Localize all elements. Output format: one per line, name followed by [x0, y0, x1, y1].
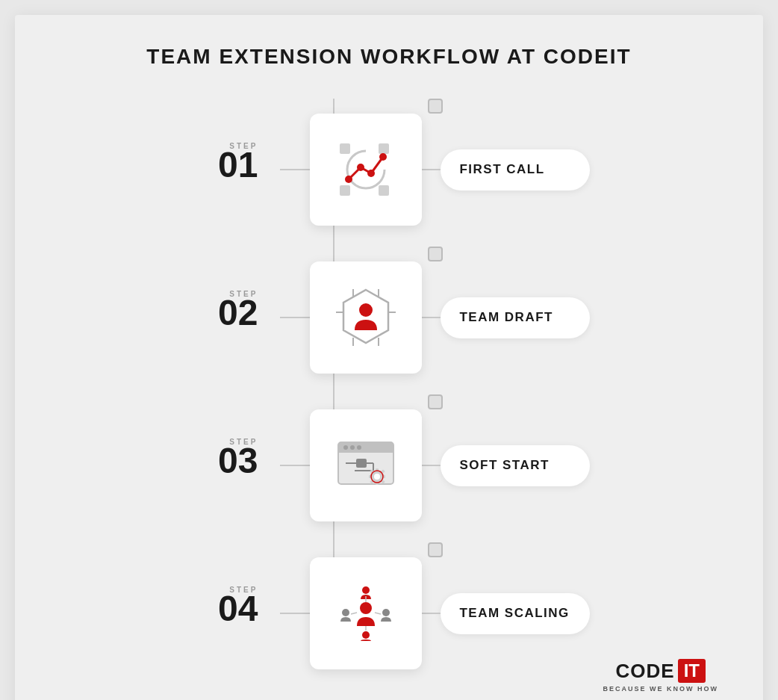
step-3-left: STEP 03 [60, 438, 280, 479]
svg-point-19 [343, 445, 348, 450]
step-1-dot [428, 99, 443, 114]
step-3-label-box: SOFT START [441, 445, 590, 486]
step-1-text: FIRST CALL [459, 162, 544, 177]
step-1-label-box: FIRST CALL [441, 149, 590, 191]
first-call-icon [332, 136, 399, 203]
step-1-left: STEP 01 [60, 142, 280, 183]
svg-rect-23 [356, 459, 367, 468]
step-1-middle: FIRST CALL [280, 99, 590, 226]
svg-point-6 [367, 170, 375, 177]
logo-tagline: BECAUSE WE KNOW HOW [603, 685, 719, 693]
step-3-middle: SOFT START [280, 394, 590, 521]
svg-line-48 [375, 613, 381, 614]
svg-point-7 [379, 153, 387, 161]
svg-rect-1 [379, 143, 389, 154]
step-3-connector-left [280, 465, 310, 466]
svg-point-39 [375, 474, 380, 480]
step-4-connector-left [280, 613, 310, 614]
step-2: STEP 02 [60, 247, 718, 374]
step-2-number: 02 [218, 295, 258, 331]
step-4-icon-box [310, 557, 422, 669]
svg-point-40 [360, 602, 372, 614]
main-card: TEAM EXTENSION WORKFLOW AT CODEIT STEP 0… [15, 15, 763, 700]
step-3-text: SOFT START [459, 458, 549, 473]
svg-point-41 [362, 586, 370, 594]
svg-point-44 [382, 609, 390, 616]
logo-row: CODE IT [616, 659, 706, 683]
step-2-icon-box [310, 261, 422, 374]
step-4-number: 04 [218, 591, 258, 627]
step-2-left: STEP 02 [60, 290, 280, 331]
svg-point-21 [357, 445, 361, 450]
svg-point-4 [345, 176, 352, 183]
step-4-middle: TEAM SCALING [280, 542, 590, 669]
step-1-connector-left [280, 169, 310, 170]
svg-point-15 [359, 303, 373, 317]
step-4: STEP 04 [60, 542, 718, 669]
step-1-number: 01 [218, 147, 258, 183]
svg-rect-2 [340, 185, 350, 196]
svg-rect-0 [340, 143, 350, 154]
step-2-text: TEAM DRAFT [459, 310, 553, 325]
team-draft-icon [332, 284, 399, 351]
step-3: STEP 03 [60, 394, 718, 521]
svg-line-47 [351, 613, 357, 614]
step-3-number: 03 [218, 443, 258, 479]
page-title: TEAM EXTENSION WORKFLOW AT CODEIT [60, 45, 718, 69]
team-scaling-icon [332, 580, 399, 647]
logo-code: CODE [616, 660, 675, 683]
step-2-label-box: TEAM DRAFT [441, 297, 590, 338]
svg-rect-3 [379, 185, 389, 196]
step-2-connector-left [280, 317, 310, 318]
soft-start-icon [332, 432, 399, 499]
step-1-icon-box [310, 114, 422, 226]
step-3-dot [428, 394, 443, 409]
step-1: STEP 01 [60, 99, 718, 226]
step-4-text: TEAM SCALING [459, 606, 569, 621]
svg-point-42 [362, 631, 370, 639]
step-4-left: STEP 04 [60, 586, 280, 627]
step-2-dot [428, 247, 443, 261]
step-3-icon-box [310, 409, 422, 521]
logo-area: CODE IT BECAUSE WE KNOW HOW [603, 659, 719, 693]
svg-point-5 [357, 164, 364, 171]
step-2-middle: TEAM DRAFT [280, 247, 590, 374]
workflow-container: STEP 01 [60, 99, 718, 669]
svg-point-43 [342, 609, 349, 616]
svg-point-20 [350, 445, 355, 450]
step-4-label-box: TEAM SCALING [441, 593, 590, 634]
logo-it: IT [678, 659, 706, 683]
step-4-dot [428, 542, 443, 557]
